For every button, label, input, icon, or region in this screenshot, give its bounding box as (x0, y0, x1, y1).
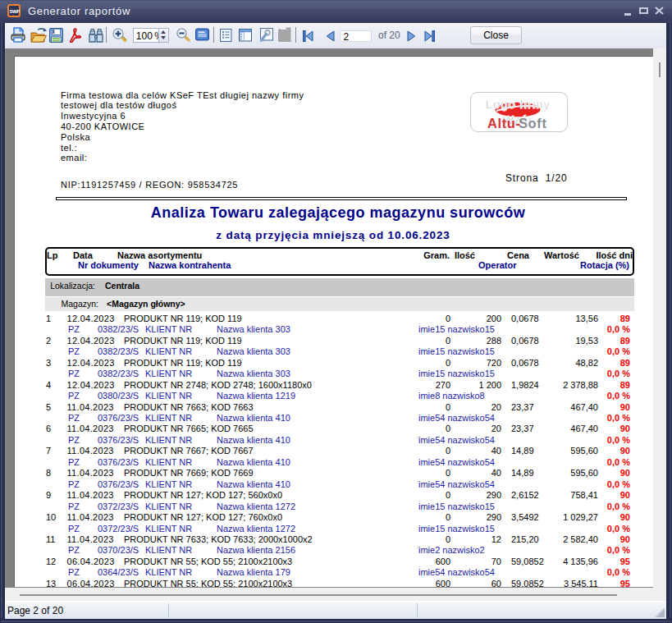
svg-text:Soft: Soft (519, 116, 546, 131)
svg-text:Altu-: Altu- (487, 116, 521, 131)
svg-text:Logo firmy: Logo firmy (486, 98, 551, 111)
